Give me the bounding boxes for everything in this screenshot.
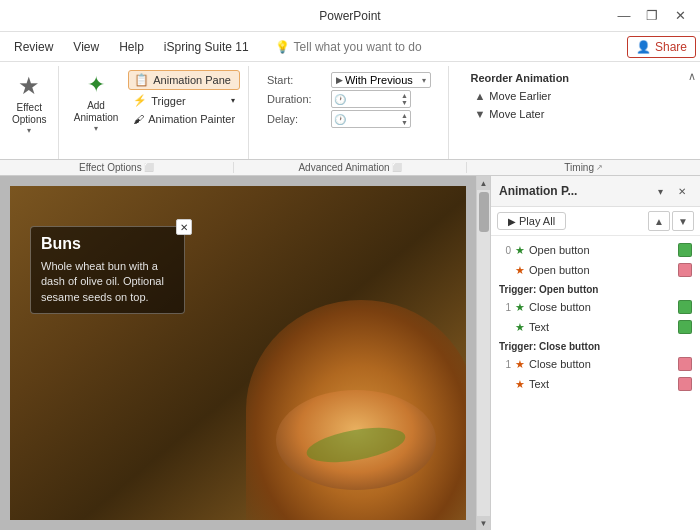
minimize-button[interactable]: — [612,6,636,26]
start-play-icon: ▶ [336,75,343,85]
play-all-label: Play All [519,215,555,227]
timing-start-select[interactable]: ▶ With Previous ▾ [331,72,431,88]
search-placeholder[interactable]: Tell what you want to do [294,40,422,54]
popup-box: ✕ Buns Whole wheat bun with a dash of ol… [30,226,185,314]
play-all-icon: ▶ [508,216,516,227]
animation-pane-controls: ▾ ✕ [650,182,692,200]
nav-down-button[interactable]: ▼ [672,211,694,231]
move-earlier-icon: ▲ [474,90,485,102]
animation-pane-close-button[interactable]: ✕ [672,182,692,200]
anim-label-trigger-close-close-btn: Close button [529,358,674,370]
effect-options-button[interactable]: ★ EffectOptions ▾ [6,68,52,139]
delay-spinner[interactable]: ▲ ▼ [401,112,408,126]
anim-item-0-orange[interactable]: ★ Open button [491,260,700,280]
scroll-track [477,190,490,516]
animation-pane-header: Animation P... ▾ ✕ [491,176,700,207]
anim-color-box-trigger-close-text [678,377,692,391]
title-bar: PowerPoint — ❐ ✕ [0,0,700,32]
popup-text: Whole wheat bun with a dash of olive oil… [41,259,174,305]
slide-content: ✕ Buns Whole wheat bun with a dash of ol… [10,186,466,520]
anim-color-box-trigger-close-1 [678,357,692,371]
ribbon-group-label [6,157,52,159]
delay-clock-icon: 🕐 [334,114,346,125]
scroll-thumb[interactable] [479,192,489,232]
ribbon-group-label-reorder [455,130,603,132]
anim-label-0-green: Open button [529,244,674,256]
navigation-buttons: ▲ ▼ [648,211,694,231]
timing-duration-input[interactable]: 🕐 ▲ ▼ [331,90,411,108]
add-animation-icon: ✦ [87,72,105,98]
timing-delay-input[interactable]: 🕐 ▲ ▼ [331,110,411,128]
ribbon-group-label-advanced [65,157,242,159]
ribbon-group-effect: ★ EffectOptions ▾ [0,66,59,159]
search-icon: 💡 [275,40,290,54]
window-controls: — ❐ ✕ [612,6,692,26]
start-value: With Previous [345,74,420,86]
move-later-button[interactable]: ▼ Move Later [470,106,588,122]
reorder-title: Reorder Animation [470,72,588,84]
anim-color-box-0-green [678,243,692,257]
ribbon: ★ EffectOptions ▾ ✦ AddAnimation ▾ 📋 Ani… [0,62,700,160]
anim-label-trigger-close-text: Text [529,378,674,390]
timing-delay-label: Delay: [267,113,327,125]
search-area: 💡 Tell what you want to do [275,40,422,54]
maximize-button[interactable]: ❐ [640,6,664,26]
anim-star-0-green: ★ [515,244,525,257]
animation-painter-button[interactable]: 🖌 Animation Painter [128,111,240,127]
trigger-open-label: Trigger: Open button [491,280,700,297]
anim-item-trigger-close-close-btn[interactable]: 1 ★ Close button [491,354,700,374]
slide-image: ✕ Buns Whole wheat bun with a dash of ol… [10,186,466,520]
trigger-dropdown-icon[interactable]: ▾ [231,96,235,105]
timing-expand-icon[interactable]: ↗ [596,163,603,172]
effect-options-dropdown[interactable]: ▾ [27,126,31,135]
timing-duration-row: Duration: 🕐 ▲ ▼ [267,90,431,108]
menu-review[interactable]: Review [4,36,63,58]
slide-area: ✕ Buns Whole wheat bun with a dash of ol… [0,176,476,530]
menu-help[interactable]: Help [109,36,154,58]
ribbon-labels-row: Effect Options ⬜ Advanced Animation ⬜ Ti… [0,160,700,176]
timing-duration-label: Duration: [267,93,327,105]
effect-options-expand-icon[interactable]: ⬜ [144,163,154,172]
add-animation-dropdown[interactable]: ▾ [94,124,98,133]
close-button[interactable]: ✕ [668,6,692,26]
ribbon-collapse-button[interactable]: ∧ [688,70,696,83]
trigger-button[interactable]: ⚡ Trigger ▾ [128,92,240,109]
menu-view[interactable]: View [63,36,109,58]
ribbon-collapse: ∧ [684,66,700,159]
popup-close-button[interactable]: ✕ [176,219,192,235]
delay-up[interactable]: ▲ [401,112,408,119]
anim-color-box-trigger-open-text [678,320,692,334]
move-earlier-button[interactable]: ▲ Move Earlier [470,88,588,104]
menu-ispring[interactable]: iSpring Suite 11 [154,36,259,58]
anim-item-trigger-close-text[interactable]: ★ Text [491,374,700,394]
anim-label-0-orange: Open button [529,264,674,276]
anim-num-0-green: 0 [499,245,511,256]
share-button[interactable]: 👤 Share [627,36,696,58]
anim-star-trigger-open-text: ★ [515,321,525,334]
slide-scrollbar: ▲ ▼ [476,176,490,530]
duration-spinner[interactable]: ▲ ▼ [401,92,408,106]
anim-item-trigger-open-text[interactable]: ★ Text [491,317,700,337]
animation-pane-icon: 📋 [134,73,149,87]
anim-item-0-green[interactable]: 0 ★ Open button [491,240,700,260]
anim-star-trigger-close-text: ★ [515,378,525,391]
advanced-animation-expand-icon[interactable]: ⬜ [392,163,402,172]
animation-pane: Animation P... ▾ ✕ ▶ Play All ▲ ▼ 0 ★ Op [490,176,700,530]
main-area: ✕ Buns Whole wheat bun with a dash of ol… [0,176,700,530]
ribbon-group-content-advanced: ✦ AddAnimation ▾ 📋 Animation Pane ⚡ Trig… [68,68,240,155]
animation-pane-button[interactable]: 📋 Animation Pane [128,70,240,90]
scroll-up-button[interactable]: ▲ [477,176,490,190]
start-dropdown-icon[interactable]: ▾ [422,76,426,85]
scroll-down-button[interactable]: ▼ [477,516,490,530]
delay-down[interactable]: ▼ [401,119,408,126]
duration-down[interactable]: ▼ [401,99,408,106]
add-animation-button[interactable]: ✦ AddAnimation ▾ [68,68,124,137]
play-all-button[interactable]: ▶ Play All [497,212,566,230]
ribbon-group-content: ★ EffectOptions ▾ [6,68,52,155]
nav-up-button[interactable]: ▲ [648,211,670,231]
anim-item-trigger-open-close-btn[interactable]: 1 ★ Close button [491,297,700,317]
animation-list: 0 ★ Open button ★ Open button Trigger: O… [491,236,700,530]
duration-up[interactable]: ▲ [401,92,408,99]
animation-pane-dropdown-button[interactable]: ▾ [650,182,670,200]
trigger-icon: ⚡ [133,94,147,107]
